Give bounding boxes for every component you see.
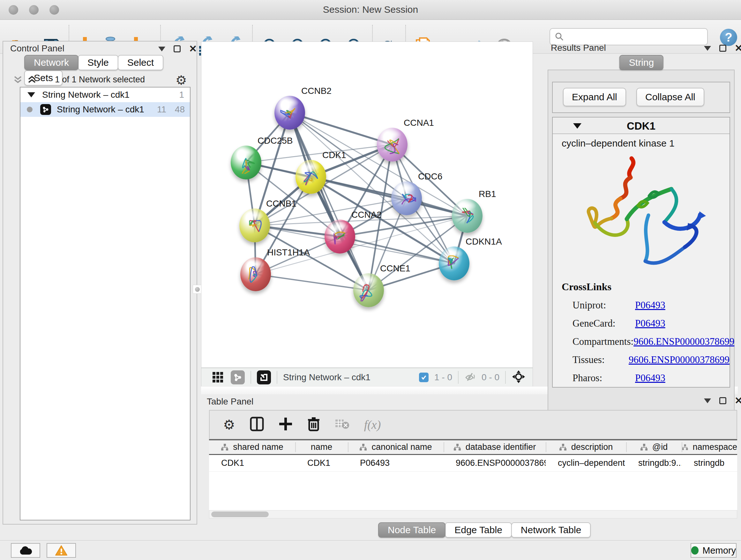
network-node-cdk1[interactable]	[295, 160, 326, 194]
column-type-icon	[682, 444, 688, 451]
crosslink-row: GeneCard: P06493	[572, 318, 730, 329]
scrollbar-thumb[interactable]	[211, 511, 269, 517]
table-row[interactable]: CDK1 CDK1 P06493 9606.ENSP00000378699 cy…	[209, 455, 737, 471]
bottom-status-bar: Memory	[0, 540, 741, 560]
gene-name: CDK1	[553, 120, 730, 132]
memory-button[interactable]: Memory	[690, 543, 737, 558]
panel-float-icon[interactable]	[719, 397, 726, 404]
network-label: String Network – cdk1	[57, 105, 144, 115]
gene-header[interactable]: CDK1	[553, 118, 730, 134]
network-options-gear-icon[interactable]: ⚙	[176, 73, 187, 87]
node-label-rb1: RB1	[479, 189, 496, 199]
network-view-statusbar: String Network – cdk1 1 - 0 0 - 0	[201, 368, 533, 386]
application-window: Session: New Session	[0, 0, 741, 560]
network-selection-status: 1 of 1 Network selected	[3, 75, 197, 84]
tab-edge-table[interactable]: Edge Table	[445, 522, 512, 538]
cloud-status-button[interactable]	[11, 543, 40, 558]
crosslink-link[interactable]: P06493	[635, 372, 665, 384]
network-node-cdkn1a[interactable]	[439, 246, 469, 280]
panel-float-icon[interactable]	[719, 45, 726, 52]
table-horizontal-scrollbar[interactable]	[209, 510, 737, 518]
expand-collapse-box: Expand All Collapse All	[552, 82, 730, 113]
window-title: Session: New Session	[0, 4, 741, 15]
crosslink-link[interactable]: P06493	[635, 300, 665, 311]
network-node-rb1[interactable]	[452, 199, 482, 233]
control-panel: Control Panel ✕ NetworkStyleSelectSets 1…	[3, 41, 197, 524]
panel-menu-icon[interactable]	[158, 47, 165, 51]
table-panel-title: Table Panel	[207, 396, 253, 407]
crosslink-row: Tissues: 9606.ENSP00000378699	[572, 354, 730, 366]
panel-menu-icon[interactable]	[704, 398, 711, 403]
table-body-empty	[209, 472, 737, 510]
collapse-all-button[interactable]: Collapse All	[636, 88, 704, 106]
network-node-cdc6[interactable]	[391, 181, 422, 215]
network-canvas[interactable]: CCNB2CCNA1CDC25BCDK1CDC6RB1CCNB1CCNA2CDK…	[201, 42, 533, 368]
open-in-window-icon[interactable]	[257, 370, 271, 384]
add-column-icon[interactable]	[279, 417, 293, 432]
expand-all-button[interactable]: Expand All	[563, 88, 626, 106]
crosslink-link[interactable]: P06493	[635, 318, 665, 329]
network-node-hist1h1a[interactable]	[240, 257, 271, 291]
results-panel-title: Results Panel	[551, 43, 606, 53]
column-header-id[interactable]: @id	[626, 440, 682, 455]
network-node-ccne1[interactable]	[353, 273, 384, 307]
view-grid-icon[interactable]	[211, 370, 225, 384]
crosslink-link[interactable]: 9606.ENSP00000378699	[629, 354, 730, 366]
panel-float-icon[interactable]	[174, 45, 181, 52]
panel-close-icon[interactable]: ✕	[189, 45, 197, 52]
birds-eye-view-icon[interactable]	[512, 370, 526, 385]
tab-style[interactable]: Style	[78, 55, 118, 70]
tree-expand-icon[interactable]	[27, 92, 35, 98]
column-header-namespace[interactable]: namespace	[682, 440, 737, 455]
node-label-cdc6: CDC6	[418, 172, 442, 182]
warning-button[interactable]	[47, 543, 76, 558]
crosslink-link[interactable]: 9606.ENSP00000378699	[633, 336, 734, 348]
tab-select[interactable]: Select	[118, 55, 163, 70]
network-node-ccna1[interactable]	[377, 128, 408, 162]
network-row[interactable]: String Network – cdk1 11 48	[20, 102, 190, 117]
function-builder-icon[interactable]: f(x)	[364, 418, 381, 432]
panel-close-icon[interactable]: ✕	[735, 45, 741, 52]
network-node-ccnb1[interactable]	[239, 208, 270, 242]
table-options-gear-icon[interactable]: ⚙	[223, 417, 235, 433]
tab-network[interactable]: Network	[24, 55, 78, 70]
crosslink-label: Uniprot:	[572, 300, 635, 311]
network-collection-row[interactable]: String Network – cdk1 1	[20, 87, 190, 102]
network-node-cdc25b[interactable]	[231, 145, 261, 179]
collection-count: 1	[179, 90, 184, 100]
results-tab-string[interactable]: String	[619, 55, 663, 70]
column-header-canonical-name[interactable]: canonical name	[348, 440, 444, 455]
cell-canonical-name: P06493	[348, 455, 444, 471]
delete-table-icon[interactable]	[335, 418, 349, 431]
hidden-count: 0 - 0	[482, 372, 499, 382]
column-header-name[interactable]: name	[295, 440, 348, 455]
search-input[interactable]	[564, 32, 698, 42]
protein-structure-image	[572, 151, 710, 276]
panel-menu-icon[interactable]	[704, 46, 711, 51]
tab-node-table[interactable]: Node Table	[378, 522, 446, 538]
splitter-handle[interactable]	[193, 285, 202, 294]
delete-column-icon[interactable]	[307, 417, 320, 433]
column-type-icon	[221, 444, 228, 451]
crosslink-label: Pharos:	[572, 372, 635, 384]
crosslinks-title: CrossLinks	[562, 281, 730, 293]
gene-description: cyclin–dependent kinase 1	[553, 134, 730, 149]
table-panel-window-controls: ✕	[704, 397, 741, 404]
network-node-ccnb2[interactable]	[274, 96, 305, 130]
selected-checkbox-icon[interactable]	[419, 373, 428, 382]
table-panel-tabs: Node TableEdge TableNetwork Table	[378, 522, 590, 538]
column-header-description[interactable]: description	[546, 440, 626, 455]
table-panel: Table Panel ✕ ⚙ f(x) shared name n	[201, 394, 738, 540]
tab-network-table[interactable]: Network Table	[511, 522, 591, 538]
panel-close-icon[interactable]: ✕	[735, 397, 741, 404]
network-node-ccna2[interactable]	[325, 220, 355, 253]
search-icon	[555, 32, 564, 42]
cell-namespace: stringdb	[682, 455, 737, 471]
network-badge-icon[interactable]	[231, 370, 245, 384]
crosslink-label: GeneCard:	[572, 318, 635, 329]
column-header-shared-name[interactable]: shared name	[209, 440, 295, 455]
cell-id: stringdb:9...	[626, 455, 682, 471]
column-header-database-identifier[interactable]: database identifier	[444, 440, 546, 455]
show-columns-icon[interactable]	[250, 417, 264, 433]
memory-status-icon	[691, 546, 698, 555]
